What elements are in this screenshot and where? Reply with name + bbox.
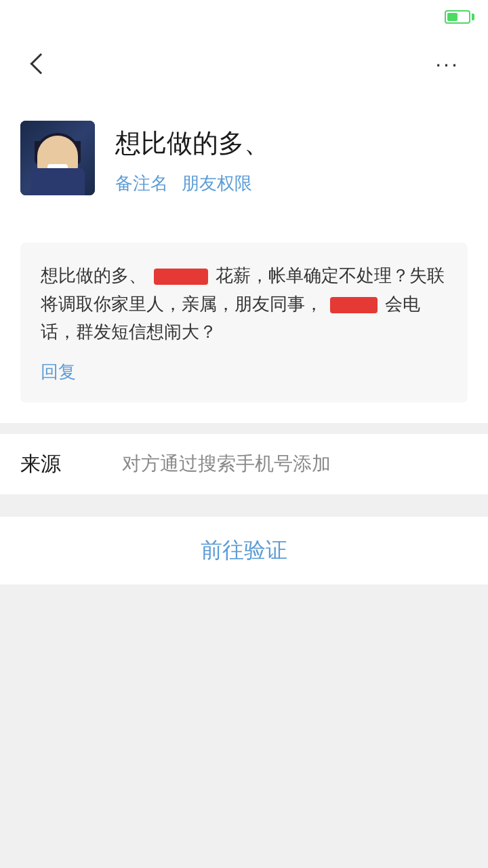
- redact-2: [330, 297, 378, 313]
- profile-section: 想比做的多、 备注名 朋友权限: [0, 94, 488, 222]
- divider-2: [0, 495, 488, 506]
- status-bar: [0, 0, 488, 34]
- source-row: 来源 对方通过搜索手机号添加: [0, 434, 488, 495]
- source-label: 来源: [20, 450, 81, 478]
- verify-section: 前往验证: [0, 517, 488, 585]
- verify-button[interactable]: 前往验证: [201, 536, 287, 566]
- avatar: [20, 121, 95, 195]
- gray-area: [0, 585, 488, 868]
- message-box: 想比做的多、 花薪，帐单确定不处理？失联将调取你家里人，亲属，朋友同事， 会电话…: [20, 243, 468, 403]
- back-arrow-icon: [30, 53, 51, 74]
- battery-icon: [445, 9, 474, 24]
- profile-info: 想比做的多、 备注名 朋友权限: [115, 121, 468, 195]
- back-button[interactable]: [20, 43, 61, 84]
- nav-bar: ···: [0, 34, 488, 94]
- reply-button[interactable]: 回复: [41, 360, 447, 384]
- source-value: 对方通过搜索手机号添加: [122, 451, 331, 477]
- message-text: 想比做的多、 花薪，帐单确定不处理？失联将调取你家里人，亲属，朋友同事， 会电话…: [41, 262, 447, 347]
- remark-button[interactable]: 备注名: [115, 172, 168, 195]
- more-button[interactable]: ···: [427, 43, 468, 84]
- profile-actions: 备注名 朋友权限: [115, 172, 468, 195]
- profile-name: 想比做的多、: [115, 126, 468, 161]
- message-card: 想比做的多、 花薪，帐单确定不处理？失联将调取你家里人，亲属，朋友同事， 会电话…: [0, 222, 488, 423]
- redact-1: [154, 269, 208, 285]
- permission-button[interactable]: 朋友权限: [182, 172, 252, 195]
- divider-1: [0, 423, 488, 434]
